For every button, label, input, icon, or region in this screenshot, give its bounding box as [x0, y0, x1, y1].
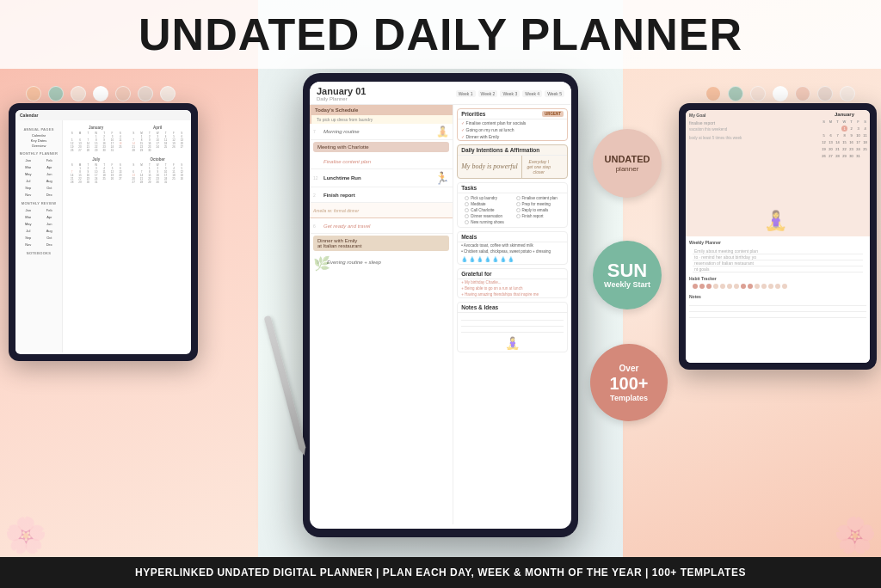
water-drop-3: 💧 — [477, 256, 483, 262]
jan-link[interactable]: Jan — [18, 158, 39, 162]
calendar-label: Calendar — [20, 113, 38, 118]
schedule-note-text: To pick up dress from laundry — [317, 117, 373, 122]
habit-dot-6 — [727, 284, 732, 289]
mini-cal-grid: SMTWTFS 1234 567891011 12131415161718 19… — [821, 119, 868, 159]
week2-tab[interactable]: Week 2 — [478, 90, 498, 97]
feb-r[interactable]: Feb — [40, 208, 60, 212]
tablet-left: Calendar ANNUAL PAGES Calendar Key Dates… — [9, 103, 198, 361]
event-content: Finalise content plan — [323, 159, 371, 164]
habit-dot-9 — [748, 284, 753, 289]
badge-undated-text2: planner — [616, 165, 639, 173]
jan-grid: SMTWTFS 1234 567891011 12131415161718 19… — [68, 132, 125, 152]
mini-cal-month: January — [821, 112, 868, 117]
jul-month-label: July — [68, 157, 125, 162]
tc-tasks: Tasks Pick up laundry Meditate Call Char… — [457, 182, 568, 228]
task-report: Finish report — [513, 213, 564, 219]
floral-small: 🌿 — [313, 255, 330, 272]
may-r[interactable]: May — [18, 222, 39, 226]
devices-area: Calendar ANNUAL PAGES Calendar Key Dates… — [0, 69, 881, 557]
oct-month-label: October — [130, 157, 187, 162]
checkbox — [465, 220, 469, 224]
week4-tab[interactable]: Week 4 — [522, 90, 542, 97]
feb-link[interactable]: Feb — [40, 158, 60, 162]
tls-sidebar: ANNUAL PAGES Calendar Key Dates Overview… — [15, 120, 63, 352]
tc-subtitle: Daily Planner — [317, 96, 366, 101]
title-bar: UNDATED DAILY PLANNER — [0, 0, 881, 69]
tablet-center-screen: January 01 Daily Planner Week 1 Week 2 W… — [310, 82, 571, 529]
trs-top: My Goal finalise report vacation this we… — [686, 110, 870, 236]
planner-label: Weekly Planner — [689, 240, 866, 245]
bottom-floral-area: 🌿 9 Evening routine + sleep — [310, 253, 453, 272]
notes-right-label: Notes — [689, 294, 866, 299]
right-mini-cal: January SMTWTFS 1234 567891011 121314151… — [821, 112, 868, 159]
water-drop-2: 💧 — [469, 256, 475, 262]
task-meditate: Meditate — [461, 201, 512, 207]
nov-r[interactable]: Nov — [18, 242, 39, 247]
jun-r[interactable]: Jun — [40, 222, 60, 226]
aug-link[interactable]: Aug — [40, 179, 60, 183]
badge-templates: Over 100+ Templates — [590, 344, 668, 421]
water-drop-5: 💧 — [492, 256, 498, 262]
stylus — [263, 315, 305, 450]
key-dates-link[interactable]: Key Dates — [18, 138, 59, 143]
dec-link[interactable]: Dec — [40, 193, 60, 197]
sep-r[interactable]: Sep — [18, 236, 39, 240]
priority-2: Going on my run at lunch — [458, 126, 567, 133]
schedule-title: Today's Schedule — [315, 107, 358, 113]
checkbox — [516, 208, 521, 212]
jul-link[interactable]: Jul — [18, 179, 39, 183]
week5-tab[interactable]: Week 5 — [545, 90, 564, 97]
tasks-title: Tasks — [458, 183, 567, 193]
oct-r[interactable]: Oct — [40, 236, 60, 240]
week1-tab[interactable]: Week 1 — [456, 90, 476, 97]
grateful-3: Having amazing friendships that inspire … — [458, 291, 567, 297]
checkbox — [465, 214, 469, 218]
habit-dot-5 — [720, 284, 725, 289]
habit-dot-13 — [775, 284, 780, 289]
main-container: UNDATED DAILY PLANNER 🌸 🌸 Calendar — [0, 0, 881, 588]
tc-schedule-header: Today's Schedule — [310, 105, 453, 115]
apr-calendar: April SMTWTFS 123456 78910111213 1415161… — [130, 126, 187, 152]
mar-r[interactable]: Mar — [18, 215, 39, 219]
tc-right-col: Priorities URGENT Finalise content plan … — [453, 105, 571, 524]
goal-sub2: body at least 5 times this week — [689, 136, 742, 140]
jan-r[interactable]: Jan — [18, 208, 39, 212]
monthly-section: MONTHLY PLANNER — [18, 151, 59, 156]
time-slot-evening: 9 Evening routine + sleep — [313, 254, 449, 270]
aug-r[interactable]: Aug — [40, 229, 60, 233]
habit-dot-3 — [706, 284, 712, 289]
time-slot-6: 6 Get ready and travel — [310, 218, 453, 234]
may-link[interactable]: May — [18, 172, 39, 176]
meals-title: Meals — [458, 232, 567, 242]
tc-grateful: Grateful for My birthday Charlie... Bein… — [457, 268, 568, 298]
oct-grid: SMTWTFS 12345 6789101112 13141516171819 … — [130, 163, 187, 184]
grateful-1: My birthday Charlie... — [458, 279, 567, 285]
tc-notes: Notes & Ideas 🧘‍♀️ — [457, 302, 568, 352]
tc-body: Today's Schedule To pick up dress from l… — [310, 105, 571, 524]
time-slot-content: Finalise content plan — [310, 154, 453, 169]
dec-r[interactable]: Dec — [40, 242, 60, 247]
jun-link[interactable]: Jun — [40, 172, 60, 176]
habit-dot-8 — [741, 284, 746, 289]
schedule-line-2: to · remind her about birthday yo — [693, 254, 863, 260]
mar-link[interactable]: Mar — [18, 165, 39, 169]
nov-link[interactable]: Nov — [18, 193, 39, 197]
note-line-2 — [461, 321, 564, 327]
habit-dot-4 — [713, 284, 718, 289]
apr-r[interactable]: Apr — [40, 215, 60, 219]
affirmation-note: Everyday I get one step closer — [521, 156, 556, 178]
overview-link[interactable]: Overview — [18, 144, 59, 148]
oct-link[interactable]: Oct — [40, 186, 60, 190]
tasks-two-col: Pick up laundry Meditate Call Charlotte … — [458, 193, 567, 227]
week3-tab[interactable]: Week 3 — [500, 90, 520, 97]
apr-link[interactable]: Apr — [40, 165, 60, 169]
calendar-link[interactable]: Calendar — [18, 133, 59, 138]
tc-priorities: Priorities URGENT Finalise content plan … — [457, 108, 568, 141]
task-shoes: New running shoes — [461, 219, 512, 225]
jul-r[interactable]: Jul — [18, 229, 39, 233]
left-cal-months: January SMTWTFS 1234 567891011 121314151… — [65, 123, 188, 187]
meal-1: Avocado toast, coffee with skimmed milk — [458, 242, 567, 248]
priority-3: Dinner with Emily — [458, 133, 567, 140]
notes-title: Notes & Ideas — [458, 303, 567, 313]
sep-link[interactable]: Sep — [18, 186, 39, 190]
